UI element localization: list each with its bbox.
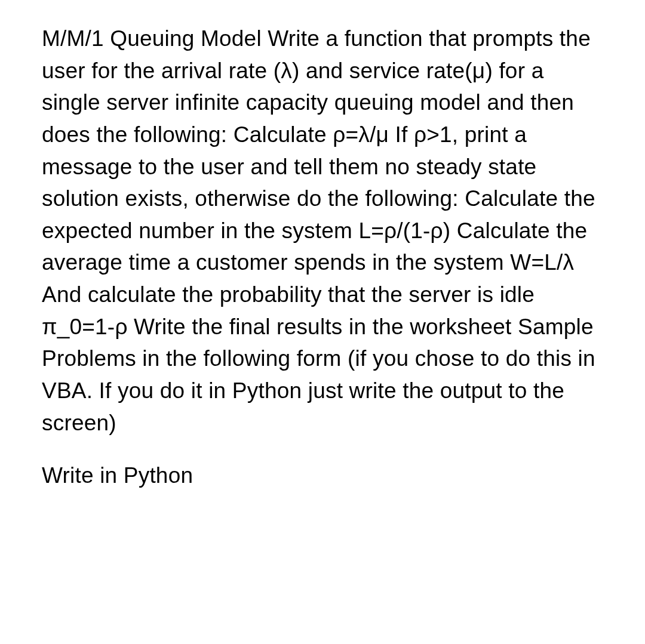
problem-description: M/M/1 Queuing Model Write a function tha…: [42, 23, 606, 439]
language-instruction: Write in Python: [42, 460, 606, 492]
document-body: M/M/1 Queuing Model Write a function tha…: [42, 23, 606, 492]
